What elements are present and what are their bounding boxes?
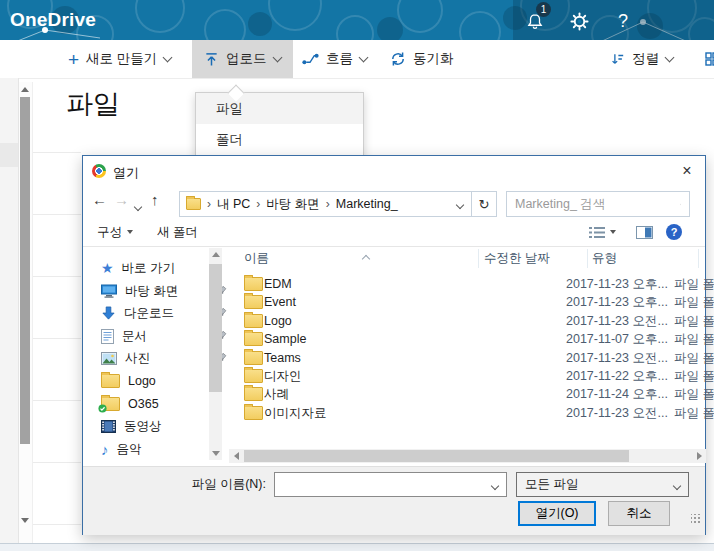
view-toggle-button-partial[interactable] bbox=[705, 40, 714, 78]
file-type: 파일 폴더 bbox=[674, 386, 714, 403]
file-row-sample[interactable]: Sample 2017-11-07 오후... 파일 폴더 bbox=[229, 330, 699, 348]
address-bar[interactable]: › 내 PC › 바탕 화면 › Marketing_ ↻ bbox=[179, 191, 497, 217]
onedrive-logo[interactable]: OneDrive bbox=[10, 9, 96, 31]
file-type: 파일 폴더 bbox=[674, 313, 714, 330]
scroll-down-arrow[interactable] bbox=[21, 518, 29, 523]
close-icon[interactable]: × bbox=[673, 158, 701, 184]
breadcrumb-item-marketing[interactable]: Marketing_ bbox=[336, 197, 398, 211]
sidebar-item-label: O365 bbox=[128, 397, 159, 411]
sidebar-item-o365[interactable]: O365 bbox=[101, 393, 219, 415]
file-row-design[interactable]: 디자인 2017-11-22 오후... 파일 폴더 bbox=[229, 367, 699, 385]
upload-button[interactable]: 업로드 bbox=[192, 40, 293, 78]
breadcrumb-item-desktop[interactable]: 바탕 화면 bbox=[266, 196, 319, 213]
sidebar-item-quick-access[interactable]: ★ 바로 가기 bbox=[101, 257, 219, 279]
star-icon: ★ bbox=[101, 261, 114, 275]
chevron-down-icon bbox=[674, 478, 680, 492]
sidebar-scrollbar-thumb[interactable] bbox=[209, 264, 222, 392]
upload-icon bbox=[204, 52, 219, 67]
horizontal-scrollbar-thumb[interactable] bbox=[244, 450, 629, 462]
file-row-case[interactable]: 사례 2017-11-24 오후... 파일 폴더 bbox=[229, 385, 699, 403]
view-mode-button[interactable] bbox=[589, 219, 616, 245]
search-box[interactable] bbox=[506, 191, 690, 217]
scroll-right-arrow[interactable] bbox=[692, 449, 706, 463]
sidebar-item-label: 바로 가기 bbox=[122, 260, 175, 277]
file-name-input[interactable] bbox=[275, 478, 492, 492]
sidebar-item-music[interactable]: ♪ 음악 bbox=[101, 438, 219, 460]
cancel-button[interactable]: 취소 bbox=[608, 501, 670, 526]
page-scrollbar[interactable] bbox=[19, 82, 33, 543]
upload-button-label: 업로드 bbox=[226, 50, 267, 68]
file-type: 파일 폴더 bbox=[674, 331, 714, 348]
left-nav-selected-edge bbox=[0, 143, 18, 167]
sidebar-item-logo[interactable]: Logo bbox=[101, 370, 219, 392]
dialog-title-bar[interactable]: 열기 × bbox=[83, 156, 705, 186]
settings-gear-icon[interactable] bbox=[566, 9, 592, 33]
refresh-icon[interactable]: ↻ bbox=[471, 192, 496, 216]
help-icon[interactable]: ? bbox=[610, 9, 636, 33]
column-header-date[interactable]: 수정한 날짜 bbox=[484, 248, 550, 269]
new-button[interactable]: + 새로 만들기 bbox=[68, 40, 171, 78]
sidebar-item-label: 문서 bbox=[122, 328, 147, 345]
flow-button[interactable]: 흐름 bbox=[302, 40, 367, 78]
address-dropdown-chevron-icon[interactable] bbox=[457, 197, 463, 211]
sidebar-item-pictures[interactable]: 사진 bbox=[101, 347, 219, 369]
chevron-down-icon[interactable] bbox=[492, 477, 498, 492]
menu-item-label: 폴더 bbox=[216, 131, 243, 149]
file-name: 사례 bbox=[264, 386, 289, 403]
back-icon[interactable]: ← bbox=[92, 192, 107, 207]
breadcrumb-item-my-pc[interactable]: 내 PC bbox=[217, 196, 250, 213]
breadcrumb-separator: › bbox=[207, 197, 211, 211]
open-button[interactable]: 열기(O) bbox=[518, 501, 596, 526]
forward-icon[interactable]: → bbox=[114, 192, 129, 207]
folder-icon bbox=[244, 332, 263, 346]
column-separator[interactable] bbox=[698, 249, 699, 268]
sort-button[interactable]: 정렬 bbox=[610, 40, 673, 78]
file-row-edm[interactable]: EDM 2017-11-23 오후... 파일 폴더 bbox=[229, 275, 699, 293]
file-row-images[interactable]: 이미지자료 2017-11-23 오전... 파일 폴더 bbox=[229, 404, 699, 422]
sync-icon bbox=[390, 51, 406, 67]
file-date: 2017-11-24 오후... bbox=[566, 386, 668, 403]
new-button-label: 새로 만들기 bbox=[86, 50, 157, 68]
file-date: 2017-11-23 오전... bbox=[566, 350, 668, 367]
file-row-logo[interactable]: Logo 2017-11-23 오전... 파일 폴더 bbox=[229, 312, 699, 330]
dialog-help-button[interactable]: ? bbox=[666, 219, 682, 245]
column-separator[interactable] bbox=[478, 249, 479, 268]
file-type-value: 모든 파일 bbox=[525, 476, 578, 493]
up-icon[interactable]: ↑ bbox=[151, 192, 159, 207]
scroll-up-arrow[interactable] bbox=[21, 87, 29, 92]
file-type-select[interactable]: 모든 파일 bbox=[516, 472, 689, 497]
new-folder-button[interactable]: 새 폴더 bbox=[157, 219, 198, 245]
preview-pane-icon bbox=[636, 226, 653, 239]
column-header-type[interactable]: 유형 bbox=[592, 248, 617, 269]
sync-button[interactable]: 동기화 bbox=[390, 40, 454, 78]
sidebar-item-videos[interactable]: 동영상 bbox=[101, 415, 219, 437]
sort-ascending-icon bbox=[363, 250, 369, 265]
file-list-horizontal-scrollbar[interactable] bbox=[229, 449, 706, 463]
upload-menu-item-file[interactable]: 파일 bbox=[196, 93, 363, 124]
organize-button[interactable]: 구성 bbox=[97, 219, 133, 245]
desktop-icon bbox=[101, 284, 117, 298]
column-header-name[interactable]: 이름 bbox=[244, 248, 269, 269]
sidebar-scrollbar[interactable] bbox=[209, 248, 222, 460]
file-name: Logo bbox=[264, 314, 292, 328]
file-name-combo[interactable] bbox=[274, 472, 507, 497]
file-row-teams[interactable]: Teams 2017-11-23 오전... 파일 폴더 bbox=[229, 349, 699, 367]
scroll-up-arrow[interactable] bbox=[209, 248, 222, 261]
page-scrollbar-thumb[interactable] bbox=[20, 97, 30, 444]
upload-menu-item-folder[interactable]: 폴더 bbox=[196, 124, 363, 155]
preview-pane-button[interactable] bbox=[636, 219, 653, 245]
download-icon bbox=[101, 306, 116, 321]
recent-locations-chevron-icon[interactable] bbox=[135, 198, 141, 213]
onedrive-toolbar: + 새로 만들기 업로드 흐름 bbox=[0, 40, 714, 79]
notification-badge: 1 bbox=[536, 2, 551, 17]
column-separator[interactable] bbox=[587, 249, 588, 268]
scroll-left-arrow[interactable] bbox=[229, 449, 243, 463]
sidebar-item-documents[interactable]: 문서 bbox=[101, 325, 219, 347]
scroll-down-arrow[interactable] bbox=[209, 447, 222, 460]
sidebar-item-downloads[interactable]: 다운로드 bbox=[101, 302, 219, 324]
file-row-event[interactable]: Event 2017-11-23 오후... 파일 폴더 bbox=[229, 293, 699, 311]
search-input[interactable] bbox=[507, 197, 680, 211]
organize-label: 구성 bbox=[97, 224, 122, 241]
sidebar-item-desktop[interactable]: 바탕 화면 bbox=[101, 280, 219, 302]
resize-grip[interactable] bbox=[691, 514, 701, 524]
